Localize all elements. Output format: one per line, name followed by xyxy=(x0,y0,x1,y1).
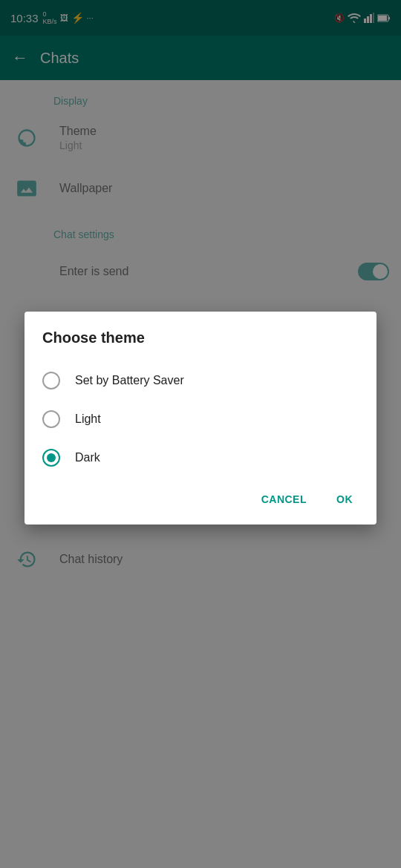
radio-label-battery: Set by Battery Saver xyxy=(75,374,184,387)
radio-circle-light xyxy=(42,410,60,428)
radio-label-dark: Dark xyxy=(75,451,100,464)
choose-theme-dialog: Choose theme Set by Battery Saver Light … xyxy=(25,312,376,525)
ok-button[interactable]: OK xyxy=(325,486,365,513)
radio-option-light[interactable]: Light xyxy=(25,400,376,438)
radio-option-battery[interactable]: Set by Battery Saver xyxy=(25,361,376,400)
radio-circle-dark xyxy=(42,449,60,467)
radio-option-dark[interactable]: Dark xyxy=(25,438,376,477)
dialog-actions: CANCEL OK xyxy=(25,477,376,519)
cancel-button[interactable]: CANCEL xyxy=(250,486,319,513)
dialog-title: Choose theme xyxy=(25,329,376,361)
radio-circle-battery xyxy=(42,372,60,389)
radio-label-light: Light xyxy=(75,412,101,426)
